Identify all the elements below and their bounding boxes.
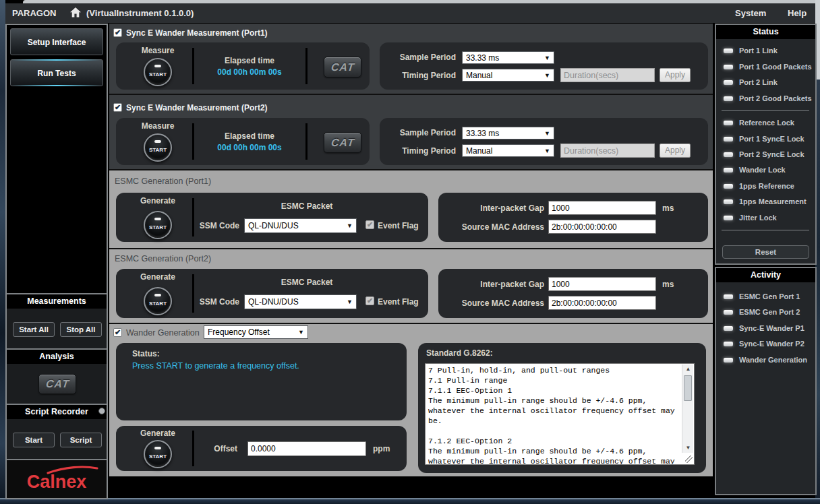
status-led bbox=[724, 121, 733, 125]
scroll-up-icon[interactable]: ▲ bbox=[683, 365, 693, 374]
reset-button[interactable]: Reset bbox=[722, 245, 809, 259]
ssm-code-select[interactable]: QL-DNU/DUS▼ bbox=[244, 218, 357, 233]
generate-start-button[interactable]: START bbox=[144, 211, 172, 239]
top-menu-bar: PARAGON (VirtualInstrument 0.1.0.0) Syst… bbox=[5, 3, 815, 23]
activity-led bbox=[724, 342, 733, 346]
sample-period-value: 33.33 ms bbox=[466, 53, 499, 63]
ssm-code-value: QL-DNU/DUS bbox=[248, 221, 299, 230]
start-label: START bbox=[145, 71, 171, 77]
timing-period-select[interactable]: Manual▼ bbox=[462, 69, 554, 82]
analysis-header: Analysis bbox=[7, 350, 107, 364]
standard-textarea[interactable]: 7 Pull-in, hold-in, and pull-out ranges … bbox=[425, 363, 695, 465]
sample-period-value: 33.33 ms bbox=[466, 129, 499, 138]
measure-start-button[interactable]: START bbox=[144, 58, 172, 86]
generate-start-button[interactable]: START bbox=[144, 440, 172, 468]
timing-period-label: Timing Period bbox=[393, 146, 456, 156]
logo-box: Calnex bbox=[7, 460, 107, 498]
status-led bbox=[724, 96, 733, 101]
cat-button[interactable]: CAT bbox=[324, 57, 361, 77]
standard-label: Standard G.8262: bbox=[426, 348, 493, 358]
event-flag-checkbox[interactable]: ✔ bbox=[365, 220, 374, 229]
ssm-code-select[interactable]: QL-DNU/DUS▼ bbox=[244, 294, 357, 309]
activity-led bbox=[724, 326, 733, 331]
measurements-body: Start All Stop All bbox=[7, 309, 107, 348]
event-flag-checkbox[interactable]: ✔ bbox=[365, 296, 374, 305]
inter-packet-gap-input[interactable]: 1000 bbox=[548, 201, 656, 215]
event-flag-label: Event Flag bbox=[378, 297, 419, 307]
wander-generation-checkbox[interactable]: ✔ bbox=[113, 328, 122, 337]
start-label: START bbox=[145, 147, 171, 153]
activity-header: Activity bbox=[716, 268, 815, 282]
duration-input[interactable]: Duration(secs) bbox=[560, 68, 655, 82]
esmc-packet-panel: Generate START ESMC Packet SSM Code QL-D… bbox=[116, 269, 428, 318]
sample-period-select[interactable]: 33.33 ms▼ bbox=[462, 51, 554, 64]
source-mac-input[interactable]: 2b:00:00:00:00:00 bbox=[548, 220, 656, 234]
measurements-header: Measurements bbox=[7, 294, 107, 309]
chevron-down-icon: ▼ bbox=[544, 130, 550, 137]
status-led bbox=[724, 80, 733, 85]
desktop-background-strip bbox=[0, 0, 5, 504]
wander-generate-panel: Generate START Offset 0.0000 ppm bbox=[116, 426, 407, 471]
duration-input[interactable]: Duration(secs) bbox=[560, 144, 655, 158]
cat-button[interactable]: CAT bbox=[324, 132, 361, 153]
measure-panel: Measure START Elapsed time 00d 00h 00m 0… bbox=[116, 118, 370, 165]
apply-button[interactable]: Apply bbox=[660, 144, 691, 158]
scrollbar-thumb[interactable] bbox=[684, 375, 692, 401]
menu-help[interactable]: Help bbox=[788, 8, 807, 18]
chevron-down-icon: ▼ bbox=[347, 298, 353, 305]
sample-period-label: Sample Period bbox=[393, 53, 456, 62]
elapsed-time-value: 00d 00h 00m 00s bbox=[202, 67, 297, 77]
analysis-cat-button[interactable]: CAT bbox=[38, 374, 76, 394]
measure-start-button[interactable]: START bbox=[144, 133, 172, 162]
start-dash bbox=[154, 294, 161, 296]
timing-period-select[interactable]: Manual▼ bbox=[462, 144, 554, 157]
apply-button[interactable]: Apply bbox=[660, 68, 691, 82]
status-led bbox=[724, 137, 733, 141]
status-led bbox=[724, 49, 733, 53]
sync-wander-port1-checkbox[interactable]: ✔ bbox=[113, 28, 122, 37]
chevron-down-icon: ▼ bbox=[544, 55, 550, 61]
sync-wander-port2-checkbox[interactable]: ✔ bbox=[113, 103, 122, 112]
home-icon[interactable] bbox=[70, 7, 81, 20]
scrollbar[interactable]: ▲ ▼ bbox=[682, 365, 693, 453]
inter-packet-gap-input[interactable]: 1000 bbox=[548, 277, 656, 291]
esmc-port1-section: ESMC Generation (Port1) Generate START E… bbox=[109, 169, 713, 248]
sidebar-item-run-tests[interactable]: Run Tests bbox=[10, 59, 103, 86]
generate-start-button[interactable]: START bbox=[144, 287, 172, 315]
offset-label: Offset bbox=[183, 444, 237, 453]
activity-panel: Activity ESMC Gen Port 1 ESMC Gen Port 2… bbox=[715, 267, 817, 495]
offset-input[interactable]: 0.0000 bbox=[247, 441, 366, 456]
script-start-button[interactable]: Start bbox=[13, 433, 55, 447]
sync-wander-port2-section: ✔ Sync E Wander Measurement (Port2) Meas… bbox=[109, 94, 713, 169]
resize-grip[interactable] bbox=[685, 455, 693, 463]
script-button[interactable]: Script bbox=[60, 433, 102, 447]
start-dash bbox=[154, 140, 161, 143]
section-title: Sync E Wander Measurement (Port1) bbox=[126, 28, 268, 38]
script-recorder-body: Start Script bbox=[7, 419, 107, 459]
standard-text: 7 Pull-in, hold-in, and pull-out ranges … bbox=[428, 365, 675, 465]
start-all-button[interactable]: Start All bbox=[13, 322, 55, 337]
section-title: ESMC Generation (Port2) bbox=[115, 254, 211, 263]
sidebar-item-setup-interface[interactable]: Setup Interface bbox=[10, 28, 103, 55]
status-led bbox=[724, 152, 733, 157]
left-sidebar: Setup Interface Run Tests Measurements S… bbox=[5, 24, 108, 499]
app-version-title: (VirtualInstrument 0.1.0.0) bbox=[86, 8, 194, 18]
brand-paragon: PARAGON bbox=[12, 8, 56, 18]
status-led bbox=[724, 199, 733, 204]
start-dash bbox=[154, 218, 161, 220]
inter-packet-gap-label: Inter-packet Gap bbox=[445, 203, 544, 213]
generate-label: Generate bbox=[124, 429, 192, 438]
sample-period-select[interactable]: 33.33 ms▼ bbox=[462, 127, 554, 139]
wander-mode-select[interactable]: Frequency Offset▼ bbox=[204, 325, 308, 339]
menu-system[interactable]: System bbox=[735, 8, 766, 18]
wander-status-panel: Status: Press START to generate a freque… bbox=[116, 343, 407, 420]
divider bbox=[722, 110, 809, 111]
status-header: Status bbox=[716, 25, 815, 39]
scroll-down-icon[interactable]: ▼ bbox=[683, 443, 693, 453]
source-mac-input[interactable]: 2b:00:00:00:00:00 bbox=[548, 296, 656, 310]
main-content: ✔ Sync E Wander Measurement (Port1) Meas… bbox=[109, 24, 713, 476]
chevron-down-icon: ▼ bbox=[544, 72, 550, 79]
ssm-code-label: SSM Code bbox=[179, 297, 239, 307]
esmc-packet-label: ESMC Packet bbox=[206, 278, 408, 287]
stop-all-button[interactable]: Stop All bbox=[60, 322, 102, 337]
